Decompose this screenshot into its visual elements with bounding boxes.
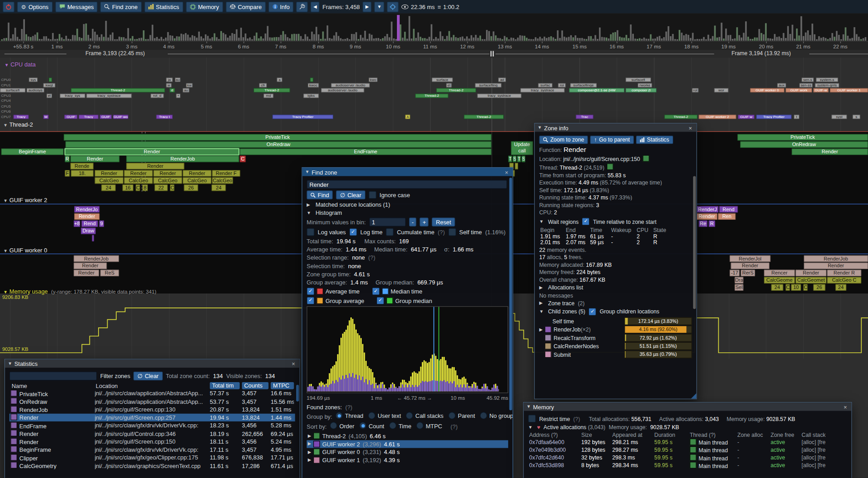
timeline-zone[interactable]: CalcGeo — [183, 177, 212, 184]
timeline-zone[interactable]: surface — [432, 77, 453, 82]
stats-row[interactable]: CalcGeometryjni/../jni/src/claw/graphics… — [9, 462, 295, 470]
memory-titlebar[interactable]: ▼Memory× — [524, 402, 851, 411]
timeline-zone[interactable]: kwoc — [308, 83, 319, 88]
stats-row[interactable]: BeginFramejni/../jni/src/claw/gfx/drv/vk… — [9, 445, 295, 454]
close-icon[interactable]: × — [290, 360, 297, 367]
timeline-zone[interactable]: Render — [153, 170, 182, 177]
memory-column-call-stack[interactable]: Call stack — [802, 432, 846, 438]
timeline-zone[interactable]: Draw — [81, 227, 96, 234]
statistics-button[interactable]: Statistics — [636, 136, 673, 144]
legend-average-time[interactable]: ✓Average time — [307, 288, 359, 295]
statistics-button[interactable]: Statistics — [144, 1, 183, 12]
timeline-zone[interactable]: et — [47, 94, 52, 98]
legend-group-average[interactable]: ✓Group average — [307, 297, 364, 304]
timeline-zone[interactable]: ja — [166, 77, 173, 82]
timeline-zone[interactable]: RenderJo — [74, 206, 99, 213]
timeline-zone[interactable]: md — [264, 94, 274, 98]
legend-group-median[interactable]: ✓Group median — [377, 297, 432, 304]
zone-trace-label[interactable]: Zone trace — [548, 300, 575, 306]
timeline-zone[interactable]: t — [794, 114, 799, 119]
radio-thread[interactable]: Thread — [335, 412, 363, 419]
collapse-icon[interactable]: ▼ — [307, 210, 312, 215]
timeline-zone[interactable]: surfacefling — [475, 83, 502, 88]
timeline-zone[interactable]: audioserver /audio — [321, 88, 364, 93]
timeline-zone[interactable]: Render — [804, 262, 868, 269]
matched-locations[interactable]: Matched source locations (1) — [316, 201, 390, 208]
memory-column-zone-alloc[interactable]: Zone alloc — [737, 432, 769, 438]
timeline-zone[interactable]: RenderJol — [730, 255, 771, 262]
timeline-zone[interactable]: Render — [65, 148, 239, 155]
timeline-zone[interactable]: Rend — [719, 206, 738, 213]
allocation-row[interactable]: 0x7dfaa64e00192 bytes298.21 ms59.95 sMai… — [528, 438, 847, 446]
memory-column-appeared-at[interactable]: Appeared at — [612, 432, 652, 438]
timeline-zone[interactable]: Thread-2 — [664, 114, 697, 119]
find-zone-button[interactable]: Find zone — [100, 1, 142, 12]
child-zones-label[interactable]: Child zones (5) — [548, 308, 585, 314]
timeline-zone[interactable] — [92, 235, 94, 241]
timeline-zone[interactable]: 26 — [184, 185, 198, 191]
timeline-zone[interactable]: syst — [831, 114, 847, 119]
timeline-zone[interactable]: rot_d — [151, 94, 164, 98]
timeline-zone[interactable]: Ren — [718, 213, 736, 220]
goto-frame-button[interactable] — [387, 1, 399, 12]
timeline-zone[interactable]: 18. — [71, 170, 94, 177]
timeline-zone[interactable]: cfr — [259, 83, 267, 88]
timeline-zone[interactable]: C — [240, 156, 245, 162]
timeline-zone[interactable]: Tracy — [79, 114, 99, 119]
timeline-zone[interactable]: Render F — [212, 170, 240, 177]
stats-row[interactable]: RenderJobjni/../jni/src/guif/Screen.cpp:… — [9, 405, 295, 413]
filter-zones-input[interactable] — [9, 372, 97, 381]
bin-decrease-button[interactable]: - — [409, 218, 417, 227]
timeline-zone[interactable]: composer (t — [626, 88, 657, 93]
timeline-zone[interactable]: kwo — [369, 77, 378, 82]
child-zone-row[interactable]: ▶RenderJob (×2)4.16 ms (92.60%) — [539, 325, 692, 333]
timeline-zone[interactable]: GUIF wor — [113, 114, 128, 119]
timeline-zone[interactable]: surfaceflinge — [570, 83, 597, 88]
memory-column-address-[interactable]: Address (?) — [529, 432, 579, 438]
timeline-zone[interactable]: surfacefl — [0, 88, 25, 93]
timeline-zone[interactable]: R — [65, 156, 70, 162]
timeline-zone[interactable]: Thread-2 — [436, 88, 476, 93]
reset-button[interactable]: Reset — [432, 218, 455, 227]
timeline-zone[interactable]: CalcGeomet — [796, 277, 827, 284]
timeline-zone[interactable]: Re — [698, 220, 708, 227]
timeline-zone[interactable]: R — [708, 220, 715, 227]
timeline-zone[interactable]: GUIF worker 2 — [698, 114, 736, 119]
timeline-zone[interactable]: au — [175, 77, 180, 82]
timeline-zone[interactable]: Render — [74, 213, 99, 220]
stats-column-name[interactable]: Name — [10, 383, 92, 389]
radio-mtpc[interactable]: MTPC — [416, 422, 442, 429]
timeline-zone[interactable]: sen-s — [802, 77, 814, 82]
allocation-row[interactable]: 0x7dfc53d8988 bytes298.34 ms59.95 sMain … — [528, 461, 847, 469]
timeline-zone[interactable]: Trac — [576, 114, 593, 119]
timeline-zone[interactable]: s — [853, 114, 860, 119]
found-zone-group[interactable]: ▶Thread-2(4,105)6.46 s — [307, 432, 508, 440]
timeline-zone[interactable]: 24 — [101, 185, 116, 191]
radio-call-stacks[interactable]: Call stacks — [406, 412, 443, 419]
timeline-zone[interactable]: RenderJob — [74, 255, 119, 262]
timeline-zone[interactable]: + — [176, 94, 180, 98]
timeline-zone[interactable]: RenderJob — [804, 255, 868, 262]
messages-button[interactable]: Messages — [55, 1, 98, 12]
stats-row[interactable]: Renderjni/../jni/src/guif/Screen.cpp:150… — [9, 437, 295, 445]
timeline-zone[interactable]: RerS — [741, 270, 755, 276]
timeline-zone[interactable]: +8 — [74, 220, 80, 227]
find-zone-titlebar[interactable]: ▼Find zone× — [302, 168, 513, 176]
collapse-icon[interactable]: ▼ — [539, 309, 545, 314]
close-icon[interactable]: × — [687, 124, 694, 131]
memory-button[interactable]: Memory — [186, 1, 223, 12]
timeline-zone[interactable]: roi — [558, 83, 566, 88]
timeline-zone[interactable]: Thread-2 — [464, 114, 504, 119]
timeline-zone[interactable]: tracy_systrace — [86, 94, 132, 98]
memory-column-duration[interactable]: Duration — [654, 432, 687, 438]
go-to-parent-button[interactable]: ↑Go to parent — [590, 136, 633, 144]
timeline-zone[interactable]: S — [521, 156, 525, 162]
time-relative-checkbox[interactable]: ✓ — [582, 218, 590, 225]
timeline-zone[interactable]: audioserver /audio — [331, 83, 370, 88]
child-zone-row[interactable]: RecalcTransform72.92 µs (1.62%) — [539, 334, 692, 342]
timeline-zone[interactable]: w — [166, 83, 171, 88]
log-values-checkbox[interactable] — [307, 228, 314, 236]
radio-time[interactable]: Time — [389, 422, 411, 429]
timeline-zone[interactable]: system-grris — [815, 83, 839, 88]
timeline-zone[interactable]: 24 — [771, 284, 783, 291]
